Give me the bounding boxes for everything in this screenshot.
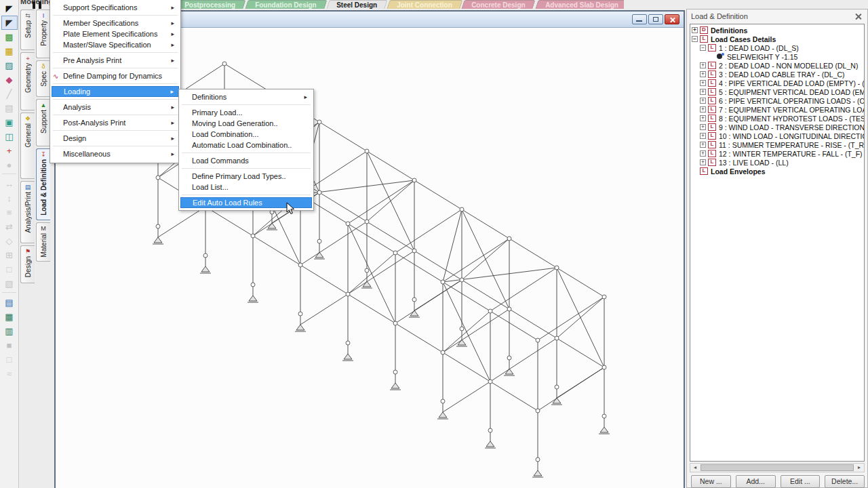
- grid-table-icon[interactable]: ▤: [1, 101, 18, 115]
- tree-item[interactable]: +L5 : EQUIPMENT VERTICAL DEAD LOAD (EMPT…: [692, 87, 864, 96]
- menu-item-analysis[interactable]: Analysis▸: [52, 102, 179, 113]
- restore-button[interactable]: [648, 14, 663, 24]
- tree-item[interactable]: +L7 : EQUIPMENT VERTICAL OPERATING LOADS…: [692, 105, 864, 114]
- menu-item-support-specifications[interactable]: Support Specifications▸: [52, 2, 179, 13]
- outline-block-icon[interactable]: □: [1, 352, 18, 367]
- tree-item[interactable]: +L11 : SUMMER TEMPERATURE - RISE - (T_R): [692, 140, 864, 149]
- close-button[interactable]: [665, 14, 679, 24]
- insert-node-icon[interactable]: +: [1, 144, 18, 158]
- workflow-tab-foundation-design[interactable]: Foundation Design: [243, 0, 327, 9]
- page-tab-design[interactable]: ⚑Design: [20, 245, 35, 283]
- minimize-button[interactable]: [632, 14, 647, 24]
- submenu-item-load-commands[interactable]: Load Commands: [180, 155, 312, 166]
- submenu-item-load-combination-[interactable]: Load Combination...: [180, 129, 312, 140]
- expand-icon[interactable]: +: [700, 89, 706, 95]
- collapse-icon[interactable]: −: [692, 36, 698, 42]
- tree-item[interactable]: +L8 : EQUIPMENT HYDROTEST LOADS - (TEST_…: [692, 114, 864, 123]
- scroll-thumb[interactable]: [701, 464, 854, 471]
- expand-icon[interactable]: +: [700, 124, 706, 130]
- node-cursor-icon[interactable]: ◤: [1, 1, 18, 16]
- menu-item-pre-analysis-print[interactable]: Pre Analysis Print▸: [52, 55, 179, 66]
- tree-item[interactable]: −LLoad Cases Details: [692, 35, 864, 43]
- workflow-tab-postprocessing[interactable]: Postprocessing: [172, 0, 245, 9]
- page-tab-support[interactable]: ▲Support: [36, 99, 50, 146]
- tree-item[interactable]: +L9 : WIND LOAD - TRANSVERSE DIRECTION -…: [692, 123, 864, 131]
- submenu-item-load-list-[interactable]: Load List...: [180, 182, 312, 192]
- page-tab-material[interactable]: MMaterial: [36, 222, 50, 262]
- expand-icon[interactable]: +: [700, 150, 706, 157]
- submenu-item-automatic-load-combination-[interactable]: Automatic Load Combination..: [180, 140, 312, 150]
- solid-cursor-icon[interactable]: ▨: [1, 58, 18, 73]
- tree-item[interactable]: +L2 : DEAD LOAD - NON MODELLED (DL_N): [692, 61, 864, 70]
- page-tab-general[interactable]: ❖General: [20, 113, 35, 179]
- rotate-tool-icon[interactable]: ◇: [1, 234, 18, 248]
- expand-icon[interactable]: +: [700, 80, 706, 86]
- edit-button[interactable]: Edit ...: [781, 475, 821, 488]
- submenu-item-definitions[interactable]: Definitions▸: [180, 92, 312, 102]
- curve-tool-icon[interactable]: ╱: [1, 87, 18, 101]
- scroll-left-icon[interactable]: ◂: [690, 464, 700, 472]
- menu-item-loading[interactable]: Loading▸: [52, 86, 179, 97]
- expand-icon[interactable]: +: [700, 159, 706, 165]
- list-tool-icon[interactable]: ≡: [1, 205, 18, 220]
- tree-item[interactable]: +L6 : PIPE VERTICAL OPERATING LOADS - (O…: [692, 96, 864, 105]
- tree-item[interactable]: +DDefinitions: [692, 26, 864, 35]
- workflow-tab-steel-design[interactable]: Steel Design: [324, 0, 387, 9]
- menu-item-define-damping-for-dynamics[interactable]: ∿Define Damping for Dynamics: [52, 70, 179, 81]
- add-plate-icon[interactable]: □: [1, 262, 18, 277]
- tree-item[interactable]: SELFWEIGHT Y -1.15: [692, 52, 864, 61]
- workflow-tab-advanced-slab-design[interactable]: Advanced Slab Design: [533, 0, 624, 9]
- page-tab-spec[interactable]: δSpec: [36, 60, 50, 97]
- add-button[interactable]: Add...: [736, 475, 776, 488]
- move-vertical-tool-icon[interactable]: ↕: [1, 191, 18, 205]
- scroll-right-icon[interactable]: ▸: [854, 464, 864, 472]
- tree-item[interactable]: +L10 : WIND LOAD - LONGITUDINAL DIRECTIO…: [692, 131, 864, 140]
- wave-tool-icon[interactable]: ≈: [1, 367, 18, 381]
- spray-tool-icon[interactable]: ●: [1, 158, 18, 172]
- menu-item-member-specifications[interactable]: Member Specifications▸: [52, 18, 179, 28]
- new-button[interactable]: New ...: [691, 475, 731, 488]
- geometry-cursor-icon[interactable]: ◆: [1, 73, 18, 87]
- panel-close-icon[interactable]: [854, 12, 863, 21]
- menu-item-design[interactable]: Design▸: [52, 133, 179, 144]
- hatch-tool-icon[interactable]: ▧: [1, 277, 18, 291]
- page-tab-load-definition[interactable]: ↧Load & Definition: [36, 148, 50, 220]
- page-tab-property[interactable]: IProperty: [36, 9, 50, 58]
- workflow-tab-joint-connection[interactable]: Joint Connection: [384, 0, 462, 9]
- workflow-tab-concrete-design[interactable]: Concrete Design: [460, 0, 536, 9]
- expand-icon[interactable]: +: [700, 106, 706, 113]
- menu-item-plate-element-specifications[interactable]: Plate Element Specifications▸: [52, 28, 179, 39]
- page-tab-geometry[interactable]: ⌖Geometry: [20, 52, 35, 110]
- translate-tool-icon[interactable]: ↔: [1, 177, 18, 191]
- select-cursor-icon[interactable]: ◤: [1, 16, 18, 30]
- tree-item[interactable]: −L1 : DEAD LOAD - (DL_S): [692, 43, 864, 52]
- tree-item[interactable]: +L12 : WINTER TEMPERATURE - FALL - (T_F): [692, 149, 864, 158]
- add-grid-icon[interactable]: ⊞: [1, 248, 18, 262]
- plate-table-icon[interactable]: ▥: [1, 324, 18, 338]
- menu-item-master-slave-specification[interactable]: Master/Slave Specification▸: [52, 39, 179, 50]
- submenu-item-define-primary-load-types-[interactable]: Define Primary Load Types..: [180, 171, 312, 182]
- print-tool-icon[interactable]: ▤: [1, 296, 18, 310]
- expand-icon[interactable]: +: [700, 115, 706, 121]
- delete-button[interactable]: Delete...: [825, 475, 865, 488]
- horizontal-scrollbar[interactable]: ◂ ▸: [690, 463, 865, 472]
- page-tab-setup[interactable]: ⇆Setup: [20, 9, 35, 50]
- mirror-tool-icon[interactable]: ⇄: [1, 220, 18, 234]
- tree-item[interactable]: LLoad Envelopes: [692, 167, 864, 176]
- expand-icon[interactable]: +: [700, 133, 706, 139]
- expand-icon[interactable]: +: [692, 27, 698, 33]
- import-model-icon[interactable]: ◫: [1, 129, 18, 144]
- submenu-item-moving-load-generation-[interactable]: Moving Load Generation..: [180, 118, 312, 129]
- collapse-icon[interactable]: −: [700, 45, 706, 51]
- tree-item[interactable]: +L3 : DEAD LOAD CABLE TRAY - (DL_C): [692, 70, 864, 79]
- plate-cursor-icon[interactable]: ▦: [1, 44, 18, 58]
- expand-icon[interactable]: +: [700, 98, 706, 104]
- tree-item[interactable]: +L13 : LIVE LOAD - (LL): [692, 158, 864, 167]
- page-tab-analysis-print[interactable]: ▤Analysis/Print: [20, 181, 35, 243]
- expand-icon[interactable]: +: [700, 142, 706, 148]
- solid-block-icon[interactable]: ■: [1, 338, 18, 352]
- beam-cursor-icon[interactable]: ▩: [1, 30, 18, 44]
- member-table-icon[interactable]: ▦: [1, 310, 18, 324]
- submenu-item-primary-load-[interactable]: Primary Load...: [180, 107, 312, 118]
- structure-wizard-icon[interactable]: ▣: [1, 115, 18, 129]
